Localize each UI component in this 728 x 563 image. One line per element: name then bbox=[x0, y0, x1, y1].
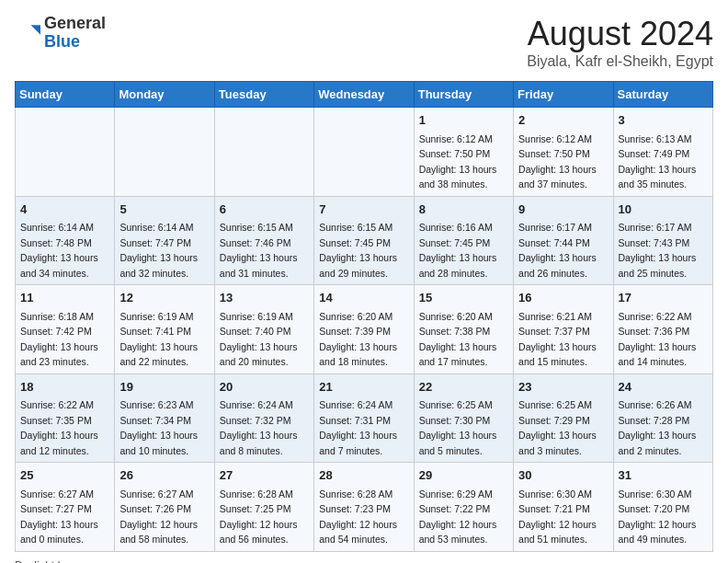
day-cell: 7Sunrise: 6:15 AM Sunset: 7:45 PM Daylig… bbox=[314, 196, 414, 285]
day-number: 3 bbox=[619, 111, 708, 130]
day-number: 22 bbox=[419, 378, 508, 396]
day-cell bbox=[16, 108, 115, 197]
day-cell bbox=[115, 108, 214, 197]
col-header-wednesday: Wednesday bbox=[314, 82, 414, 108]
day-cell: 22Sunrise: 6:25 AM Sunset: 7:30 PM Dayli… bbox=[414, 373, 513, 463]
col-header-thursday: Thursday bbox=[414, 82, 513, 108]
day-cell: 25Sunrise: 6:27 AM Sunset: 7:27 PM Dayli… bbox=[16, 463, 115, 552]
day-info: Sunrise: 6:24 AM Sunset: 7:31 PM Dayligh… bbox=[319, 399, 397, 456]
day-number: 16 bbox=[518, 289, 608, 307]
week-row-3: 11Sunrise: 6:18 AM Sunset: 7:42 PM Dayli… bbox=[16, 285, 713, 374]
day-info: Sunrise: 6:20 AM Sunset: 7:39 PM Dayligh… bbox=[319, 311, 397, 368]
day-cell: 21Sunrise: 6:24 AM Sunset: 7:31 PM Dayli… bbox=[314, 373, 414, 463]
day-cell: 20Sunrise: 6:24 AM Sunset: 7:32 PM Dayli… bbox=[214, 373, 313, 463]
day-cell: 3Sunrise: 6:13 AM Sunset: 7:49 PM Daylig… bbox=[613, 108, 712, 197]
day-number: 1 bbox=[419, 111, 508, 130]
day-info: Sunrise: 6:25 AM Sunset: 7:30 PM Dayligh… bbox=[419, 399, 497, 456]
day-info: Sunrise: 6:25 AM Sunset: 7:29 PM Dayligh… bbox=[518, 399, 597, 456]
header-row: SundayMondayTuesdayWednesdayThursdayFrid… bbox=[16, 82, 713, 108]
day-number: 29 bbox=[419, 466, 508, 485]
day-cell: 4Sunrise: 6:14 AM Sunset: 7:48 PM Daylig… bbox=[16, 196, 115, 285]
day-number: 23 bbox=[518, 378, 608, 396]
day-info: Sunrise: 6:21 AM Sunset: 7:37 PM Dayligh… bbox=[518, 311, 597, 368]
day-cell: 17Sunrise: 6:22 AM Sunset: 7:36 PM Dayli… bbox=[613, 285, 712, 374]
logo: General Blue bbox=[15, 15, 106, 52]
footer: Daylight hours bbox=[15, 559, 713, 564]
daylight-label: Daylight hours bbox=[15, 559, 85, 564]
day-number: 14 bbox=[319, 289, 408, 307]
calendar-table: SundayMondayTuesdayWednesdayThursdayFrid… bbox=[15, 81, 713, 552]
day-cell: 31Sunrise: 6:30 AM Sunset: 7:20 PM Dayli… bbox=[613, 463, 712, 552]
day-info: Sunrise: 6:19 AM Sunset: 7:40 PM Dayligh… bbox=[220, 311, 298, 368]
day-info: Sunrise: 6:20 AM Sunset: 7:38 PM Dayligh… bbox=[419, 311, 497, 368]
logo-icon bbox=[15, 20, 40, 46]
day-cell: 27Sunrise: 6:28 AM Sunset: 7:25 PM Dayli… bbox=[214, 463, 313, 552]
day-info: Sunrise: 6:14 AM Sunset: 7:48 PM Dayligh… bbox=[20, 222, 98, 279]
title-block: August 2024 Biyala, Kafr el-Sheikh, Egyp… bbox=[527, 15, 713, 70]
day-cell: 29Sunrise: 6:29 AM Sunset: 7:22 PM Dayli… bbox=[414, 463, 513, 552]
logo-text: General Blue bbox=[44, 15, 106, 52]
day-number: 25 bbox=[20, 466, 109, 485]
day-info: Sunrise: 6:17 AM Sunset: 7:44 PM Dayligh… bbox=[518, 222, 597, 279]
day-info: Sunrise: 6:30 AM Sunset: 7:20 PM Dayligh… bbox=[619, 488, 697, 546]
day-cell: 6Sunrise: 6:15 AM Sunset: 7:46 PM Daylig… bbox=[214, 196, 313, 285]
day-number: 2 bbox=[518, 111, 608, 130]
day-info: Sunrise: 6:28 AM Sunset: 7:23 PM Dayligh… bbox=[319, 488, 397, 546]
day-number: 18 bbox=[20, 378, 109, 396]
day-cell: 15Sunrise: 6:20 AM Sunset: 7:38 PM Dayli… bbox=[414, 285, 513, 374]
day-number: 13 bbox=[220, 289, 309, 307]
day-cell: 14Sunrise: 6:20 AM Sunset: 7:39 PM Dayli… bbox=[314, 285, 414, 374]
day-number: 9 bbox=[518, 201, 608, 219]
day-cell bbox=[314, 108, 414, 197]
day-info: Sunrise: 6:14 AM Sunset: 7:47 PM Dayligh… bbox=[119, 222, 198, 279]
day-number: 6 bbox=[220, 201, 309, 219]
day-info: Sunrise: 6:12 AM Sunset: 7:50 PM Dayligh… bbox=[419, 133, 497, 190]
day-info: Sunrise: 6:12 AM Sunset: 7:50 PM Dayligh… bbox=[518, 133, 597, 190]
day-cell: 8Sunrise: 6:16 AM Sunset: 7:45 PM Daylig… bbox=[414, 196, 513, 285]
col-header-saturday: Saturday bbox=[613, 82, 712, 108]
day-cell: 5Sunrise: 6:14 AM Sunset: 7:47 PM Daylig… bbox=[115, 196, 214, 285]
day-number: 8 bbox=[419, 201, 508, 219]
day-number: 27 bbox=[220, 466, 309, 485]
day-info: Sunrise: 6:18 AM Sunset: 7:42 PM Dayligh… bbox=[20, 311, 98, 368]
day-cell: 2Sunrise: 6:12 AM Sunset: 7:50 PM Daylig… bbox=[514, 108, 613, 197]
day-number: 4 bbox=[20, 201, 109, 219]
day-cell: 10Sunrise: 6:17 AM Sunset: 7:43 PM Dayli… bbox=[613, 196, 712, 285]
subtitle: Biyala, Kafr el-Sheikh, Egypt bbox=[527, 53, 713, 70]
day-number: 17 bbox=[619, 289, 708, 307]
day-info: Sunrise: 6:27 AM Sunset: 7:27 PM Dayligh… bbox=[20, 488, 98, 546]
day-cell: 12Sunrise: 6:19 AM Sunset: 7:41 PM Dayli… bbox=[115, 285, 214, 374]
week-row-5: 25Sunrise: 6:27 AM Sunset: 7:27 PM Dayli… bbox=[16, 463, 713, 552]
day-number: 21 bbox=[319, 378, 408, 396]
day-number: 5 bbox=[119, 201, 209, 219]
day-cell: 13Sunrise: 6:19 AM Sunset: 7:40 PM Dayli… bbox=[214, 285, 313, 374]
day-info: Sunrise: 6:15 AM Sunset: 7:46 PM Dayligh… bbox=[220, 222, 298, 279]
col-header-sunday: Sunday bbox=[16, 82, 115, 108]
day-number: 20 bbox=[220, 378, 309, 396]
day-number: 12 bbox=[119, 289, 209, 307]
week-row-2: 4Sunrise: 6:14 AM Sunset: 7:48 PM Daylig… bbox=[16, 196, 713, 285]
day-info: Sunrise: 6:29 AM Sunset: 7:22 PM Dayligh… bbox=[419, 488, 497, 546]
day-number: 7 bbox=[319, 201, 408, 219]
day-number: 26 bbox=[119, 466, 209, 485]
day-info: Sunrise: 6:26 AM Sunset: 7:28 PM Dayligh… bbox=[619, 399, 697, 456]
day-number: 30 bbox=[518, 466, 608, 485]
day-info: Sunrise: 6:19 AM Sunset: 7:41 PM Dayligh… bbox=[119, 311, 198, 368]
day-number: 11 bbox=[20, 289, 109, 307]
day-cell: 26Sunrise: 6:27 AM Sunset: 7:26 PM Dayli… bbox=[115, 463, 214, 552]
day-info: Sunrise: 6:13 AM Sunset: 7:49 PM Dayligh… bbox=[619, 133, 697, 190]
day-cell: 9Sunrise: 6:17 AM Sunset: 7:44 PM Daylig… bbox=[514, 196, 613, 285]
day-info: Sunrise: 6:15 AM Sunset: 7:45 PM Dayligh… bbox=[319, 222, 397, 279]
page-header: General Blue August 2024 Biyala, Kafr el… bbox=[15, 15, 713, 70]
day-info: Sunrise: 6:17 AM Sunset: 7:43 PM Dayligh… bbox=[619, 222, 697, 279]
day-cell bbox=[214, 108, 313, 197]
day-cell: 18Sunrise: 6:22 AM Sunset: 7:35 PM Dayli… bbox=[16, 373, 115, 463]
day-number: 19 bbox=[119, 378, 209, 396]
week-row-4: 18Sunrise: 6:22 AM Sunset: 7:35 PM Dayli… bbox=[16, 373, 713, 463]
col-header-friday: Friday bbox=[514, 82, 613, 108]
day-number: 24 bbox=[619, 378, 708, 396]
day-cell: 16Sunrise: 6:21 AM Sunset: 7:37 PM Dayli… bbox=[514, 285, 613, 374]
day-info: Sunrise: 6:16 AM Sunset: 7:45 PM Dayligh… bbox=[419, 222, 497, 279]
col-header-tuesday: Tuesday bbox=[214, 82, 313, 108]
day-number: 28 bbox=[319, 466, 408, 485]
